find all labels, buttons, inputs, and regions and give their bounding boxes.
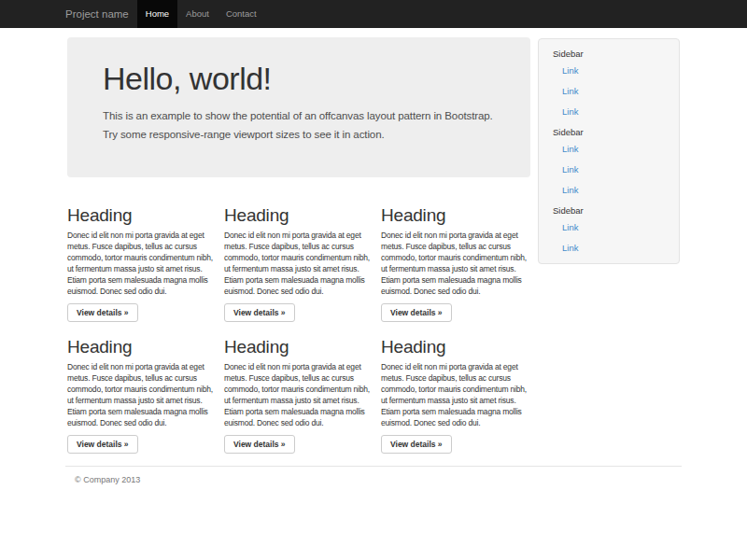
nav-item-home[interactable]: Home xyxy=(137,0,177,28)
view-details-button[interactable]: View details » xyxy=(67,435,138,454)
sidebar-link[interactable]: Link xyxy=(539,86,679,97)
navbar-menu: HomeAboutContact xyxy=(137,0,265,28)
footer: © Company 2013 xyxy=(65,466,682,484)
nav-item-contact[interactable]: Contact xyxy=(218,0,265,28)
card-heading: Heading xyxy=(381,337,534,357)
view-details-button[interactable]: View details » xyxy=(224,303,295,322)
view-details-button[interactable]: View details » xyxy=(224,435,295,454)
card-body-text: Donec id elit non mi porta gravida at eg… xyxy=(67,230,217,297)
card-body-text: Donec id elit non mi porta gravida at eg… xyxy=(224,230,374,297)
page-title: Hello, world! xyxy=(103,60,495,97)
content-card: Heading Donec id elit non mi porta gravi… xyxy=(381,194,534,322)
sidebar-group: Sidebar LinkLinkLink xyxy=(539,49,679,118)
view-details-button[interactable]: View details » xyxy=(67,303,138,322)
card-heading: Heading xyxy=(67,337,220,357)
main-content: Hello, world! This is an example to show… xyxy=(67,37,530,454)
sidebar-group-title: Sidebar xyxy=(539,205,679,217)
copyright-text: © Company 2013 xyxy=(75,475,682,484)
jumbotron-description: This is an example to show the potential… xyxy=(103,106,495,144)
jumbotron: Hello, world! This is an example to show… xyxy=(67,37,530,177)
sidebar: Sidebar LinkLinkLink Sidebar LinkLinkLin… xyxy=(538,38,680,264)
brand-link[interactable]: Project name xyxy=(65,0,129,28)
view-details-button[interactable]: View details » xyxy=(381,303,452,322)
content-card: Heading Donec id elit non mi porta gravi… xyxy=(224,194,377,322)
top-navbar: Project name HomeAboutContact xyxy=(0,0,747,28)
sidebar-group: Sidebar LinkLink xyxy=(539,205,679,254)
card-body-text: Donec id elit non mi porta gravida at eg… xyxy=(224,361,374,428)
sidebar-group-title: Sidebar xyxy=(539,127,679,138)
content-card: Heading Donec id elit non mi porta gravi… xyxy=(67,194,220,322)
nav-item-about[interactable]: About xyxy=(177,0,218,28)
card-heading: Heading xyxy=(67,205,220,225)
sidebar-group: Sidebar LinkLinkLink xyxy=(539,127,679,196)
content-card: Heading Donec id elit non mi porta gravi… xyxy=(67,326,220,454)
content-card: Heading Donec id elit non mi porta gravi… xyxy=(381,326,534,454)
sidebar-link[interactable]: Link xyxy=(539,144,679,155)
view-details-button[interactable]: View details » xyxy=(381,435,452,454)
card-heading: Heading xyxy=(224,337,377,357)
card-heading: Heading xyxy=(224,205,377,225)
sidebar-link[interactable]: Link xyxy=(539,243,679,254)
sidebar-group-title: Sidebar xyxy=(539,49,679,60)
content-card: Heading Donec id elit non mi porta gravi… xyxy=(224,326,377,454)
sidebar-link[interactable]: Link xyxy=(539,185,679,196)
sidebar-link[interactable]: Link xyxy=(539,106,679,118)
card-body-text: Donec id elit non mi porta gravida at eg… xyxy=(67,361,217,428)
sidebar-link[interactable]: Link xyxy=(539,222,679,233)
cards-grid: Heading Donec id elit non mi porta gravi… xyxy=(67,194,530,454)
card-heading: Heading xyxy=(381,205,534,225)
card-body-text: Donec id elit non mi porta gravida at eg… xyxy=(381,230,530,297)
sidebar-link[interactable]: Link xyxy=(539,164,679,175)
card-body-text: Donec id elit non mi porta gravida at eg… xyxy=(381,361,530,428)
sidebar-link[interactable]: Link xyxy=(539,65,679,77)
